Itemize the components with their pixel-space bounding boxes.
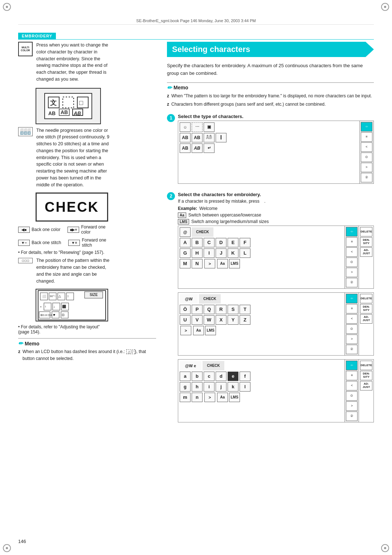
p2-btn-next[interactable]: >	[346, 335, 358, 344]
char-g[interactable]: g	[180, 382, 191, 392]
char-type-AB-sans[interactable]: AB	[180, 143, 191, 153]
char-I[interactable]: I	[204, 248, 215, 258]
char-type-AB-outlined[interactable]: ÂB̈	[204, 133, 215, 142]
char-p3-Aa[interactable]: Aa	[217, 393, 228, 402]
char-p1-LMS[interactable]: LMS	[229, 259, 240, 268]
char-type-return[interactable]: ↵	[204, 143, 215, 153]
char-j[interactable]: j	[216, 382, 226, 392]
char-H[interactable]: H	[192, 248, 203, 258]
step1-btn-cancel[interactable]: ⇦	[361, 122, 372, 131]
char-J[interactable]: J	[216, 248, 226, 258]
char-type-AB-italic[interactable]: AB	[192, 143, 203, 153]
char-m[interactable]: m	[180, 393, 191, 402]
char-R[interactable]: R	[216, 305, 226, 314]
p3-density-btn[interactable]: DEN-SITY	[360, 371, 372, 380]
char-F[interactable]: F	[240, 238, 250, 247]
p3-delete-btn[interactable]: DELETE	[360, 361, 372, 370]
p3-btn-cancel[interactable]: ⇦	[346, 361, 358, 370]
step1-btn-prev[interactable]: <	[361, 142, 372, 152]
char-X[interactable]: X	[216, 315, 226, 325]
p3-btn-prev[interactable]: <	[346, 381, 358, 390]
p1-density-btn[interactable]: DEN-SITY	[360, 237, 372, 247]
char-p1-arrow[interactable]: >	[204, 259, 215, 268]
char-U[interactable]: U	[180, 315, 191, 325]
char-p2-LMS[interactable]: LMS	[205, 326, 216, 335]
char-i[interactable]: i	[204, 382, 215, 392]
char-W[interactable]: W	[204, 315, 215, 325]
p2-btn-zoom[interactable]: ⊙	[346, 324, 358, 334]
step1-btn-list[interactable]: ≡	[361, 132, 372, 142]
char-p2-Aa[interactable]: Aa	[193, 326, 204, 335]
p2-btn-prev[interactable]: <	[346, 314, 358, 324]
char-S[interactable]: S	[228, 305, 238, 314]
char-K[interactable]: K	[228, 248, 238, 258]
char-O-uml[interactable]: Ö	[180, 305, 191, 314]
p1-btn-next[interactable]: >	[346, 268, 358, 277]
p3-btn-list[interactable]: ≡	[346, 371, 358, 380]
char-N[interactable]: N	[192, 259, 203, 268]
char-p1-Aa[interactable]: Aa	[217, 259, 228, 268]
p3-btn-next[interactable]: >	[346, 401, 358, 411]
p1-btn-prev[interactable]: <	[346, 247, 358, 257]
step1-btn-next[interactable]: >	[361, 163, 372, 172]
step1-btn-mode[interactable]: ②	[361, 173, 372, 182]
char-V[interactable]: V	[192, 315, 203, 325]
p2-btn-cancel[interactable]: ⇦	[346, 294, 358, 303]
char-type-I[interactable]: I	[216, 133, 226, 142]
char-f[interactable]: f	[240, 372, 250, 381]
p3-btn-mode[interactable]: ②	[346, 412, 358, 421]
p2-density-btn[interactable]: DEN-SITY	[360, 304, 372, 313]
char-l[interactable]: l	[240, 382, 250, 392]
embroidery-line	[18, 39, 374, 40]
p2-btn-mode[interactable]: ②	[346, 345, 358, 354]
char-type-AB-serif[interactable]: AB	[180, 133, 191, 142]
p1-btn-zoom[interactable]: ⊙	[346, 258, 358, 267]
char-c[interactable]: c	[204, 372, 215, 381]
char-d[interactable]: d	[216, 372, 226, 381]
char-p3-LMS[interactable]: LMS	[229, 393, 240, 402]
p1-btn-list[interactable]: ≡	[346, 237, 358, 247]
char-h[interactable]: h	[192, 382, 203, 392]
char-D[interactable]: D	[216, 238, 226, 247]
p3-adjust-btn[interactable]: AD-JUST	[360, 381, 372, 390]
p1-delete-btn[interactable]: DELETE	[360, 227, 372, 236]
char-p2-arrow[interactable]: >	[180, 326, 191, 335]
step1-btn-zoom[interactable]: ⊙	[361, 153, 372, 162]
char-n[interactable]: n	[192, 393, 203, 402]
char-type-square[interactable]: ▣	[204, 122, 215, 132]
char-Q[interactable]: Q	[204, 305, 215, 314]
char-type-dotted[interactable]: ⋯	[192, 122, 203, 132]
back-stitch-btn[interactable]: ▼–	[18, 240, 30, 246]
char-G[interactable]: G	[180, 248, 191, 258]
char-B[interactable]: B	[192, 238, 203, 247]
char-p1-at[interactable]: @	[180, 227, 191, 237]
char-panel-3-row3: m n > Aa LMS	[180, 393, 343, 402]
left-column: MULTICOLOR Press when you want to change…	[18, 42, 156, 533]
char-e[interactable]: e	[228, 372, 238, 381]
char-C[interactable]: C	[204, 238, 215, 247]
char-b[interactable]: b	[192, 372, 203, 381]
p1-btn-mode[interactable]: ②	[346, 278, 358, 287]
char-A[interactable]: A	[180, 238, 191, 247]
p2-btn-list[interactable]: ≡	[346, 304, 358, 313]
char-a[interactable]: a	[180, 372, 191, 381]
p1-adjust-btn[interactable]: AD-JUST	[360, 247, 372, 257]
char-P[interactable]: P	[192, 305, 203, 314]
p3-btn-zoom[interactable]: ⊙	[346, 391, 358, 401]
char-k[interactable]: k	[228, 382, 238, 392]
char-type-smiley[interactable]: ☺	[180, 122, 191, 132]
char-type-AB-bold[interactable]: AB	[192, 133, 203, 142]
char-M[interactable]: M	[180, 259, 191, 268]
forward-stitch-btn[interactable]: ▼+	[68, 240, 80, 246]
forward-color-btn[interactable]: ■▶+	[68, 227, 79, 233]
char-E[interactable]: E	[228, 238, 238, 247]
char-Z[interactable]: Z	[240, 315, 250, 325]
char-Y[interactable]: Y	[228, 315, 238, 325]
p2-adjust-btn[interactable]: AD-JUST	[360, 314, 372, 324]
char-L[interactable]: L	[240, 248, 250, 258]
p1-btn-cancel[interactable]: ⇦	[346, 227, 358, 236]
char-p3-arrow[interactable]: >	[204, 393, 215, 402]
back-color-btn[interactable]: ◀■	[18, 227, 30, 233]
char-T[interactable]: T	[240, 305, 250, 314]
p2-delete-btn[interactable]: DELETE	[360, 294, 372, 303]
